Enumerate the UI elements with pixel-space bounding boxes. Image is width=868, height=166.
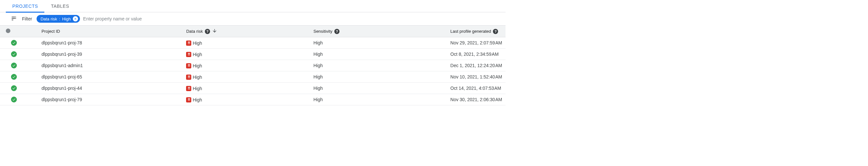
tab-bar: PROJECTS TABLES bbox=[0, 0, 505, 12]
column-header-last-profile[interactable]: Last profile generated ? bbox=[451, 26, 505, 37]
last-profile-value: Nov 10, 2021, 1:52:40 AM bbox=[451, 74, 502, 79]
close-icon[interactable] bbox=[73, 16, 78, 21]
table-header-row: Project ID Data risk ? Sensitivity ? bbox=[0, 26, 505, 37]
risk-high-icon: !!! bbox=[186, 97, 191, 103]
project-id: dlppsbqrun1-proj-44 bbox=[41, 86, 82, 91]
sensitivity-value: High bbox=[313, 74, 323, 79]
tab-tables[interactable]: TABLES bbox=[44, 0, 75, 12]
table-row[interactable]: dlppsbqrun1-proj-79 !!! High High Nov 30… bbox=[0, 94, 505, 105]
table-row[interactable]: dlppsbqrun1-proj-39 !!! High High Oct 8,… bbox=[0, 49, 505, 60]
project-id: dlppsbqrun1-proj-65 bbox=[41, 74, 82, 79]
risk-high-icon: !!! bbox=[186, 86, 191, 91]
filter-chip[interactable]: Data risk : High bbox=[37, 15, 80, 23]
table-row[interactable]: dlppsbqrun1-proj-44 !!! High High Oct 14… bbox=[0, 83, 505, 94]
column-header-sensitivity[interactable]: Sensitivity ? bbox=[313, 26, 450, 37]
data-risk-value: High bbox=[192, 97, 202, 103]
table-row[interactable]: dlppsbqrun1-proj-65 !!! High High Nov 10… bbox=[0, 71, 505, 83]
last-profile-value: Oct 14, 2021, 4:07:53 AM bbox=[451, 86, 501, 91]
last-profile-value: Nov 30, 2021, 2:06:30 AM bbox=[451, 97, 502, 102]
status-ok-icon bbox=[11, 62, 17, 68]
project-id: dlppsbqrun1-admin1 bbox=[41, 63, 83, 68]
filter-chip-sep: : bbox=[59, 17, 60, 21]
tab-projects[interactable]: PROJECTS bbox=[6, 0, 44, 12]
sensitivity-value: High bbox=[313, 52, 323, 57]
projects-table: Project ID Data risk ? Sensitivity ? bbox=[0, 26, 505, 105]
status-ok-icon bbox=[11, 40, 17, 46]
help-icon[interactable]: ? bbox=[334, 29, 340, 34]
column-label: Sensitivity bbox=[313, 29, 332, 34]
risk-high-icon: !!! bbox=[186, 63, 191, 68]
sensitivity-value: High bbox=[313, 63, 323, 68]
filter-icon bbox=[11, 16, 17, 22]
status-ok-icon bbox=[11, 51, 17, 57]
project-id: dlppsbqrun1-proj-79 bbox=[41, 97, 82, 102]
project-id: dlppsbqrun1-proj-78 bbox=[41, 40, 82, 46]
column-label: Data risk bbox=[186, 29, 203, 34]
data-risk-value: High bbox=[192, 86, 202, 91]
filter-bar: Filter Data risk : High bbox=[0, 12, 505, 26]
column-header-status[interactable] bbox=[0, 26, 41, 37]
sensitivity-value: High bbox=[313, 40, 323, 46]
status-ok-icon bbox=[11, 96, 17, 103]
data-risk-value: High bbox=[192, 52, 202, 57]
column-label: Project ID bbox=[41, 29, 60, 34]
data-risk-value: High bbox=[192, 75, 202, 80]
last-profile-value: Dec 1, 2021, 12:24:20 AM bbox=[451, 63, 502, 68]
sensitivity-value: High bbox=[313, 86, 323, 91]
sort-descending-icon[interactable] bbox=[212, 28, 217, 34]
help-icon[interactable]: ? bbox=[493, 29, 498, 34]
risk-high-icon: !!! bbox=[186, 40, 191, 46]
filter-chip-value: High bbox=[62, 17, 71, 21]
data-risk-value: High bbox=[192, 40, 202, 46]
help-icon[interactable]: ? bbox=[205, 29, 210, 34]
status-ok-icon bbox=[11, 74, 17, 80]
risk-high-icon: !!! bbox=[186, 75, 191, 80]
table-row[interactable]: dlppsbqrun1-proj-78 !!! High High Nov 29… bbox=[0, 37, 505, 49]
filter-chip-key: Data risk bbox=[40, 17, 57, 21]
table-row[interactable]: dlppsbqrun1-admin1 !!! High High Dec 1, … bbox=[0, 60, 505, 71]
filter-label: Filter bbox=[22, 16, 32, 21]
column-label: Last profile generated bbox=[451, 29, 491, 34]
last-profile-value: Nov 29, 2021, 2:07:59 AM bbox=[451, 40, 502, 46]
data-risk-value: High bbox=[192, 63, 202, 68]
status-circle-icon bbox=[6, 29, 10, 33]
filter-input[interactable] bbox=[83, 15, 500, 23]
column-header-project-id[interactable]: Project ID bbox=[41, 26, 186, 37]
status-ok-icon bbox=[11, 85, 17, 91]
sensitivity-value: High bbox=[313, 97, 323, 102]
project-id: dlppsbqrun1-proj-39 bbox=[41, 52, 82, 57]
column-header-data-risk[interactable]: Data risk ? bbox=[186, 26, 313, 37]
last-profile-value: Oct 8, 2021, 2:34:59 AM bbox=[451, 52, 499, 57]
risk-high-icon: !!! bbox=[186, 52, 191, 57]
